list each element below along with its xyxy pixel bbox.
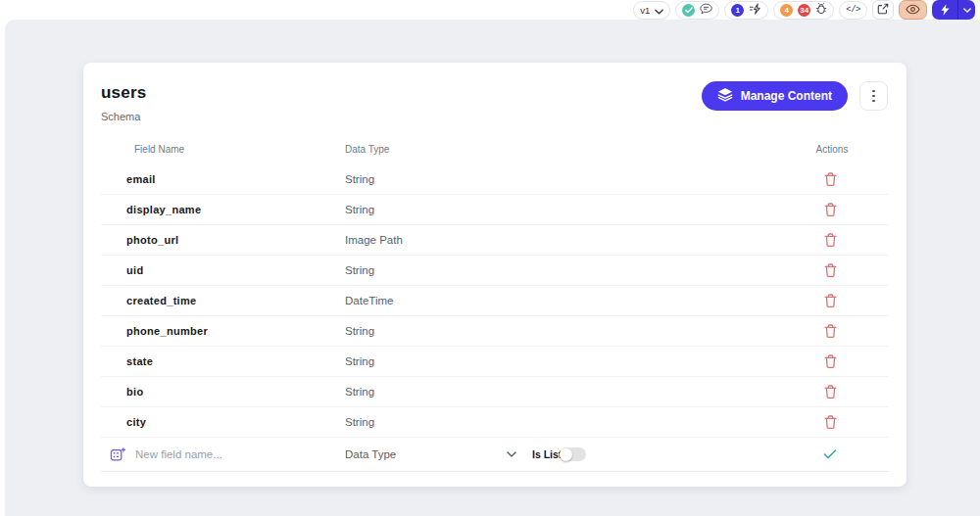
confirm-add-field-button[interactable] xyxy=(816,449,844,460)
field-name-cell: phone_number xyxy=(126,325,208,337)
blue-count-badge: 1 xyxy=(731,4,744,17)
manage-content-label: Manage Content xyxy=(741,89,832,103)
chevron-down-icon xyxy=(507,451,516,457)
table-row: photo_url Image Path xyxy=(101,225,889,256)
run-split-button[interactable] xyxy=(932,0,975,20)
version-selector[interactable]: v1 xyxy=(633,1,670,20)
table-row: email String xyxy=(101,164,889,195)
data-type-cell: Image Path xyxy=(345,234,403,246)
workspace-canvas: users Schema Manage Content Field Name D… xyxy=(5,20,980,516)
actions-status-group[interactable]: 1 xyxy=(724,1,768,20)
field-name-cell: display_name xyxy=(126,204,201,215)
run-options-chevron-icon[interactable] xyxy=(958,0,975,20)
is-list-toggle[interactable] xyxy=(560,447,586,461)
bug-icon[interactable] xyxy=(815,1,827,19)
manage-content-button[interactable]: Manage Content xyxy=(702,81,848,111)
data-type-cell: String xyxy=(345,325,374,337)
data-type-cell: DateTime xyxy=(345,295,393,306)
action-flow-icon[interactable] xyxy=(749,1,761,19)
preview-button[interactable] xyxy=(899,0,927,20)
delete-field-button[interactable] xyxy=(816,202,844,217)
data-type-cell: String xyxy=(345,173,374,185)
code-icon: </> xyxy=(846,5,860,15)
data-type-dropdown[interactable]: Data Type xyxy=(345,438,536,471)
new-field-row: Data Type Is List xyxy=(101,438,889,472)
collection-subtitle: Schema xyxy=(101,111,140,122)
open-in-new-icon xyxy=(877,1,889,19)
table-row: display_name String xyxy=(101,195,889,225)
new-field-name-input[interactable] xyxy=(133,447,304,461)
table-row: city String xyxy=(101,407,889,438)
eye-icon xyxy=(906,1,920,19)
delete-field-button[interactable] xyxy=(816,323,844,339)
delete-field-button[interactable] xyxy=(816,384,844,399)
field-name-cell: photo_url xyxy=(126,234,178,246)
comments-icon[interactable] xyxy=(700,1,712,19)
data-type-cell: String xyxy=(345,416,374,428)
chevron-down-icon xyxy=(655,1,663,19)
table-row: created_time DateTime xyxy=(101,286,889,316)
table-row: state String xyxy=(101,347,889,377)
data-type-dropdown-label: Data Type xyxy=(345,448,396,460)
collection-title: users xyxy=(101,83,146,103)
more-options-button[interactable] xyxy=(859,81,888,111)
field-name-cell: created_time xyxy=(126,295,196,306)
lightning-bolt-icon[interactable] xyxy=(932,0,957,20)
delete-field-button[interactable] xyxy=(816,171,844,187)
layers-icon xyxy=(717,87,733,105)
is-list-label: Is List xyxy=(532,448,562,460)
table-body: email String display_name String photo_u… xyxy=(101,164,889,472)
check-circle-icon xyxy=(682,4,695,17)
table-row: phone_number String xyxy=(101,316,889,347)
field-name-cell: city xyxy=(126,416,146,428)
add-field-icon xyxy=(110,446,126,462)
delete-field-button[interactable] xyxy=(816,414,844,430)
delete-field-button[interactable] xyxy=(816,232,844,248)
field-name-header: Field Name xyxy=(134,144,184,155)
table-row: uid String xyxy=(101,256,889,286)
delete-field-button[interactable] xyxy=(816,353,844,369)
data-type-cell: String xyxy=(345,264,374,276)
field-name-cell: email xyxy=(126,173,156,185)
issues-group[interactable]: 4 34 xyxy=(773,1,834,20)
data-type-header: Data Type xyxy=(345,144,389,155)
warning-count-badge: 4 xyxy=(780,4,793,17)
review-comments-group[interactable] xyxy=(675,1,719,20)
data-type-cell: String xyxy=(345,386,374,398)
delete-field-button[interactable] xyxy=(816,262,844,278)
table-header: Field Name Data Type Actions xyxy=(101,141,889,161)
delete-field-button[interactable] xyxy=(816,293,844,308)
field-name-cell: bio xyxy=(126,386,143,398)
version-label: v1 xyxy=(640,5,650,16)
field-name-cell: state xyxy=(126,355,153,367)
data-type-cell: String xyxy=(345,355,374,367)
error-count-badge: 34 xyxy=(798,4,810,17)
field-name-cell: uid xyxy=(126,264,143,276)
table-row: bio String xyxy=(101,377,889,407)
open-in-new-button[interactable] xyxy=(872,0,894,20)
collection-schema-card: users Schema Manage Content Field Name D… xyxy=(83,63,906,487)
code-view-button[interactable]: </> xyxy=(839,1,867,20)
actions-header: Actions xyxy=(812,144,852,155)
data-type-cell: String xyxy=(345,204,374,215)
top-toolbar: v1 1 4 34 xyxy=(0,0,975,20)
